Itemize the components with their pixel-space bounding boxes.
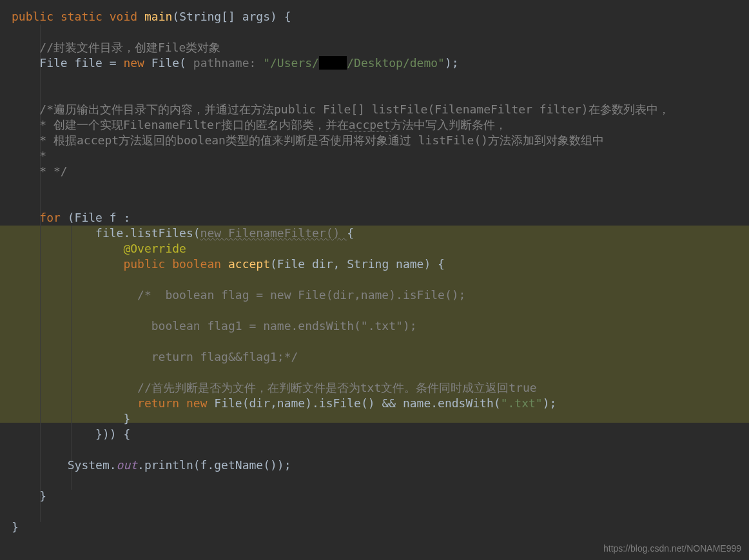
kw-return: return xyxy=(137,396,179,410)
kw-public: public xyxy=(12,10,54,23)
brace-close-method: } xyxy=(12,520,19,534)
block-comment-1: /*遍历输出文件目录下的内容，并通过在方法public File[] listF… xyxy=(39,102,669,116)
hint-pathname: pathname: xyxy=(186,56,263,70)
comment-check-file: //首先判断是否为文件，在判断文件是否为txt文件。条件同时成立返回true xyxy=(137,381,537,394)
inner-block-comment: /* boolean flag = new File(dir,name).isF… xyxy=(137,288,465,302)
method-accept: accept xyxy=(228,257,270,271)
str-txt: ".txt" xyxy=(501,396,543,410)
anon-class: new FilenameFilter() xyxy=(200,226,347,240)
redacted-user xyxy=(319,56,347,70)
str-path-1: "/Users/ xyxy=(263,56,319,70)
comment-encapsulate: //封装文件目录，创建File类对象 xyxy=(39,41,220,54)
field-out: out xyxy=(117,458,138,472)
decl-file: File file = xyxy=(39,56,123,70)
kw-for: for xyxy=(39,211,61,224)
code-block: public static void main(String[] args) {… xyxy=(0,0,749,535)
kw-void: void xyxy=(110,10,137,23)
method-main: main xyxy=(144,10,172,23)
str-path-2: /Desktop/demo" xyxy=(347,56,445,70)
kw-new-1: new xyxy=(123,56,144,70)
kw-static: static xyxy=(61,10,102,23)
sig-main: (String[] args) { xyxy=(172,10,291,23)
brace-close-for: } xyxy=(39,489,46,503)
annotation-override: @Override xyxy=(123,242,186,255)
typo-accpet: accpet xyxy=(349,118,391,132)
watermark: https://blog.csdn.net/NONAME999 xyxy=(603,543,741,554)
stmt-println-a: System. xyxy=(68,458,117,472)
